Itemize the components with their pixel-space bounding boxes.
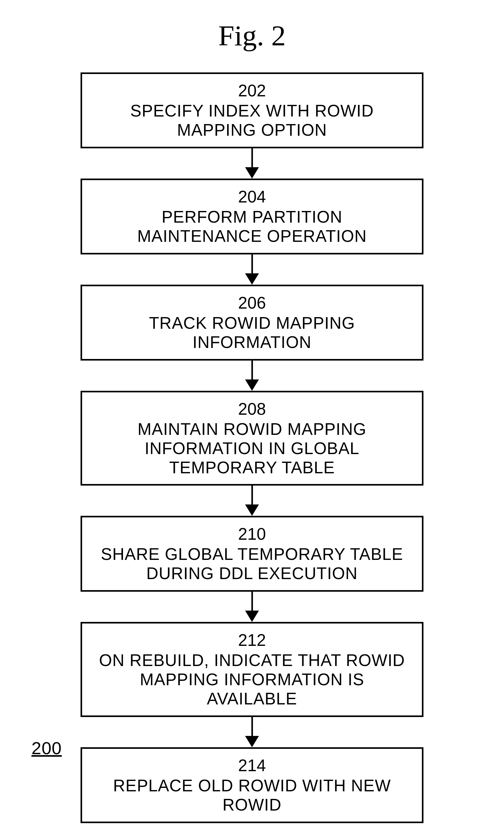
arrow-down-icon xyxy=(245,148,259,179)
step-number: 206 xyxy=(98,293,406,313)
step-text: PERFORM PARTITION MAINTENANCE OPERATION xyxy=(137,208,367,245)
figure-reference-number: 200 xyxy=(32,738,62,758)
flow-step-212: 212 ON REBUILD, INDICATE THAT ROWID MAPP… xyxy=(80,622,424,717)
step-number: 208 xyxy=(98,399,406,418)
step-text: SPECIFY INDEX WITH ROWID MAPPING OPTION xyxy=(130,101,374,139)
flow-step-206: 206 TRACK ROWID MAPPING INFORMATION xyxy=(80,285,424,360)
step-text: SHARE GLOBAL TEMPORARY TABLE DURING DDL … xyxy=(101,545,403,583)
flow-step-204: 204 PERFORM PARTITION MAINTENANCE OPERAT… xyxy=(80,179,424,254)
step-text: REPLACE OLD ROWID WITH NEW ROWID xyxy=(113,776,391,814)
arrow-down-icon xyxy=(245,254,259,285)
step-text: TRACK ROWID MAPPING INFORMATION xyxy=(149,314,355,352)
step-text: MAINTAIN ROWID MAPPING INFORMATION IN GL… xyxy=(137,420,367,477)
figure-title: Fig. 2 xyxy=(218,19,286,52)
step-text: ON REBUILD, INDICATE THAT ROWID MAPPING … xyxy=(99,651,405,708)
flow-step-208: 208 MAINTAIN ROWID MAPPING INFORMATION I… xyxy=(80,391,424,486)
arrow-down-icon xyxy=(245,717,259,747)
flow-step-214: 214 REPLACE OLD ROWID WITH NEW ROWID xyxy=(80,747,424,823)
arrow-down-icon xyxy=(245,360,259,391)
step-number: 214 xyxy=(98,756,406,775)
arrow-down-icon xyxy=(245,592,259,622)
flow-step-210: 210 SHARE GLOBAL TEMPORARY TABLE DURING … xyxy=(80,516,424,592)
step-number: 212 xyxy=(98,630,406,649)
step-number: 204 xyxy=(98,187,406,206)
arrow-down-icon xyxy=(245,485,259,516)
step-number: 210 xyxy=(98,524,406,544)
step-number: 202 xyxy=(98,81,406,100)
flow-step-202: 202 SPECIFY INDEX WITH ROWID MAPPING OPT… xyxy=(80,72,424,148)
flowchart-container: 202 SPECIFY INDEX WITH ROWID MAPPING OPT… xyxy=(80,72,424,823)
